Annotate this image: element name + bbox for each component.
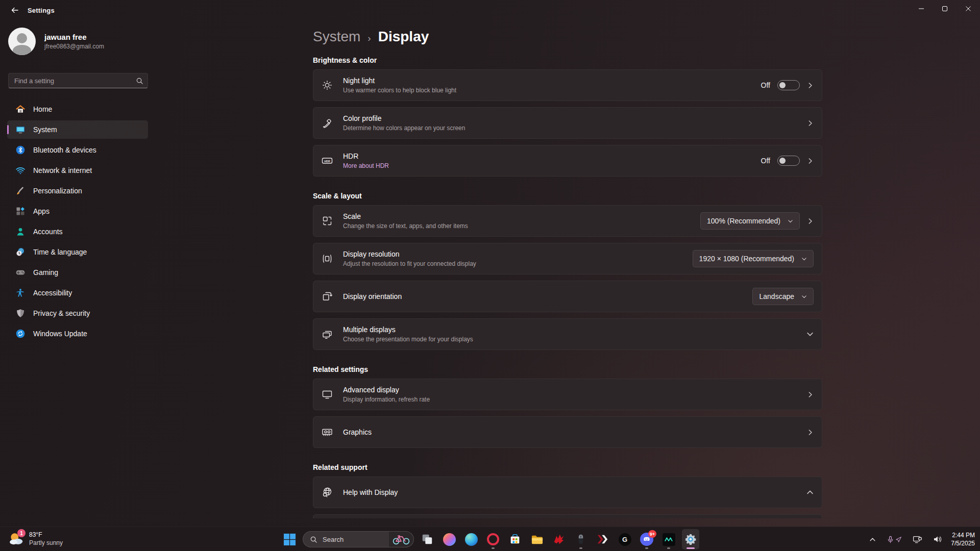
wave-app-button[interactable]	[660, 529, 677, 549]
opera-button[interactable]	[484, 529, 502, 549]
copilot-button[interactable]	[440, 529, 458, 549]
settings-gear-icon	[684, 533, 697, 545]
brush-icon	[15, 186, 26, 196]
sidebar-item-bluetooth-devices[interactable]: Bluetooth & devices	[7, 141, 148, 159]
close-icon	[965, 6, 971, 12]
x-app-icon	[597, 533, 609, 545]
discord-button[interactable]: 9+	[638, 529, 655, 549]
sidebar-item-time-language[interactable]: Time & language	[7, 243, 148, 261]
sidebar-item-network-internet[interactable]: Network & internet	[7, 161, 148, 180]
sidebar-item-personalization[interactable]: Personalization	[7, 182, 148, 200]
sidebar-item-accessibility[interactable]: Accessibility	[7, 284, 148, 302]
minimize-button[interactable]	[910, 0, 933, 17]
search-input[interactable]	[14, 77, 136, 85]
microphone-in-use-button[interactable]	[885, 534, 904, 545]
edge-button[interactable]	[462, 529, 480, 549]
hdr-icon: HDR	[321, 155, 334, 167]
redragon-button[interactable]	[550, 529, 568, 549]
tray-time: 2:44 PM	[951, 531, 975, 539]
night-light-toggle[interactable]	[777, 80, 800, 90]
sidebar-nav: Home System Bluetooth & devices Network …	[0, 100, 155, 345]
sidebar-item-system[interactable]: System	[7, 120, 148, 139]
account-profile[interactable]: jawuan free jfree0863@gmail.com	[8, 28, 104, 55]
chevron-down-icon	[801, 256, 807, 262]
hdr-toggle-label: Off	[761, 157, 770, 165]
taskbar-search-label: Search	[323, 536, 384, 543]
maximize-button[interactable]	[933, 0, 957, 17]
graphics-row[interactable]: Graphics	[313, 416, 822, 448]
x-app-button[interactable]	[594, 529, 611, 549]
color-profile-row[interactable]: Color profile Determine how colors appea…	[313, 107, 822, 139]
scale-dropdown[interactable]: 100% (Recommended)	[700, 212, 800, 230]
logitech-g-button[interactable]: G	[616, 529, 633, 549]
redragon-icon	[553, 533, 565, 545]
sidebar-item-home[interactable]: Home	[7, 100, 148, 118]
selected-accent-bar	[7, 125, 9, 134]
night-light-icon	[321, 79, 334, 91]
help-with-display-row[interactable]: Help with Display	[313, 477, 822, 508]
display-resolution-dropdown[interactable]: 980 × 551 (Recommended)	[693, 250, 814, 267]
copilot-icon	[443, 533, 456, 546]
home-icon	[15, 104, 26, 114]
opera-icon	[487, 533, 499, 545]
scale-row[interactable]: Scale Change the size of text, apps, and…	[313, 205, 822, 237]
night-light-row[interactable]: Night light Use warmer colors to help bl…	[313, 69, 822, 101]
settings-search[interactable]	[8, 73, 148, 88]
sidebar-item-apps[interactable]: Apps	[7, 202, 148, 220]
chevron-up-icon	[869, 536, 876, 543]
more-about-hdr-link[interactable]: More about HDR	[343, 162, 389, 169]
chevron-down-icon	[806, 331, 814, 338]
sidebar-item-privacy-security[interactable]: Privacy & security	[7, 304, 148, 322]
breadcrumb-chevron-icon: ›	[368, 30, 371, 44]
chevron-right-icon	[807, 158, 814, 164]
graphics-icon	[321, 426, 334, 438]
sidebar-item-accounts[interactable]: Accounts	[7, 222, 148, 241]
chevron-down-icon	[788, 218, 793, 224]
notification-badge: 1	[17, 529, 26, 537]
accessibility-person-icon	[15, 288, 26, 298]
sidebar-item-gaming[interactable]: Gaming	[7, 263, 148, 282]
weather-widget[interactable]: 1 83°F Partly sunny	[5, 530, 66, 548]
hidden-icons-button[interactable]	[867, 534, 878, 545]
display-resolution-row[interactable]: Display resolution Adjust the resolution…	[313, 243, 822, 274]
active-app-indicator	[687, 547, 695, 549]
task-view-button[interactable]	[419, 529, 436, 549]
next-card-partial	[313, 514, 822, 518]
clock[interactable]: 2:44 PM 7/5/2025	[951, 531, 975, 547]
display-orientation-dropdown[interactable]: Landscape	[752, 288, 814, 305]
back-arrow-icon	[11, 6, 19, 14]
start-button[interactable]	[281, 529, 298, 549]
network-display-button[interactable]	[911, 533, 924, 546]
breadcrumb: System › Display	[313, 29, 822, 45]
back-button[interactable]	[6, 4, 23, 17]
taskbar-search[interactable]: Search	[303, 531, 414, 547]
advanced-display-row[interactable]: Advanced display Display information, re…	[313, 379, 822, 410]
gaming-mouse-icon	[575, 534, 586, 545]
display-orientation-icon	[321, 290, 334, 303]
multiple-displays-icon	[321, 328, 334, 340]
settings-taskbar-button[interactable]	[682, 529, 699, 549]
microphone-icon	[887, 536, 894, 543]
night-light-toggle-label: Off	[761, 81, 770, 89]
breadcrumb-system[interactable]: System	[313, 29, 360, 45]
task-view-icon	[421, 533, 433, 545]
system-icon	[15, 124, 26, 135]
multiple-displays-row[interactable]: Multiple displays Choose the presentatio…	[313, 318, 822, 350]
discord-badge: 9+	[648, 530, 656, 538]
title-bar: Settings	[0, 0, 980, 20]
hdr-row[interactable]: HDR HDR More about HDR Off	[313, 145, 822, 177]
close-button[interactable]	[957, 0, 980, 17]
sidebar-item-windows-update[interactable]: Windows Update	[7, 324, 148, 343]
hdr-toggle[interactable]	[777, 156, 800, 166]
volume-button[interactable]	[931, 533, 944, 545]
display-orientation-row[interactable]: Display orientation Landscape	[313, 281, 822, 312]
svg-text:HDR: HDR	[324, 160, 330, 163]
bluetooth-icon	[15, 145, 26, 155]
display-resolution-icon	[321, 253, 334, 265]
file-explorer-button[interactable]	[528, 529, 546, 549]
profile-name: jawuan free	[44, 33, 104, 41]
display-connect-icon	[913, 535, 922, 544]
search-highlight-bicycle-icon	[389, 531, 413, 547]
microsoft-store-button[interactable]	[506, 529, 524, 549]
gaming-mouse-button[interactable]	[572, 529, 590, 549]
